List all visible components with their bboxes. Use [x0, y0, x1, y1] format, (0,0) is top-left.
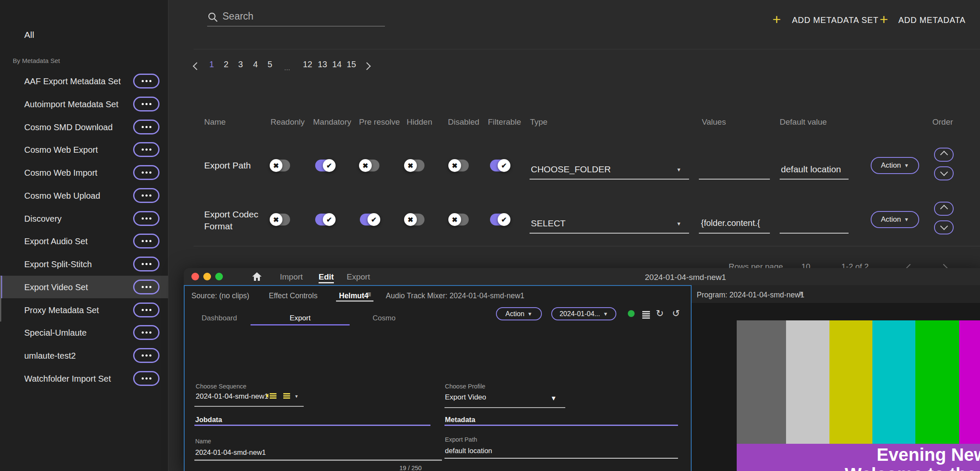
sidebar-item-autoimport[interactable]: Autoimport Metadata Set [0, 93, 168, 115]
search-input[interactable]: Search [222, 11, 254, 22]
sidebar-item-cosmo-web-upload[interactable]: Cosmo Web Upload [0, 184, 168, 207]
pagination-page-14[interactable]: 14 [332, 60, 342, 69]
disabled-toggle[interactable] [449, 160, 469, 171]
pagination-page-15[interactable]: 15 [347, 60, 356, 69]
mandatory-toggle[interactable] [315, 214, 335, 226]
item-menu-button[interactable] [133, 120, 160, 134]
pagination-page-4[interactable]: 4 [253, 60, 258, 69]
add-metadata-button[interactable]: ADD METADATA [898, 15, 966, 25]
pagination-next-icon[interactable] [364, 63, 370, 71]
item-menu-button[interactable] [133, 211, 160, 226]
tab-export-helmut[interactable]: Export [290, 314, 311, 323]
sidebar-item-proxy-metadata-set[interactable]: Proxy Metadata Set [0, 299, 168, 321]
sidebar-item-aaf-export[interactable]: AAF Export Metadata Set [0, 70, 168, 92]
menu-icon[interactable] [642, 313, 650, 314]
move-up-button[interactable] [934, 148, 954, 162]
tab-helmut4[interactable]: Helmut4 [339, 291, 368, 300]
item-menu-button[interactable] [133, 280, 160, 294]
tab-edit[interactable]: Edit [319, 272, 334, 282]
pagination-page-1[interactable]: 1 [209, 60, 214, 69]
sidebar-item-umlaute-test2[interactable]: umlaute-test2 [0, 344, 168, 367]
filterable-toggle[interactable] [490, 160, 510, 171]
pagination-prev-icon[interactable] [194, 63, 199, 71]
close-icon[interactable] [191, 273, 199, 280]
sequence-list-icon[interactable] [270, 393, 276, 394]
item-menu-button[interactable] [133, 303, 160, 317]
pagination-page-5[interactable]: 5 [268, 60, 272, 69]
filterable-toggle[interactable] [490, 214, 510, 226]
default-value-underline[interactable] [780, 233, 849, 234]
sidebar-item-watchfolder-import-set[interactable]: Watchfolder Import Set [0, 367, 168, 390]
sidebar-item-cosmo-web-export[interactable]: Cosmo Web Export [0, 138, 168, 161]
pagination-page-3[interactable]: 3 [238, 60, 243, 69]
profile-select[interactable]: Export Video [445, 393, 486, 402]
tab-source[interactable]: Source: (no clips) [191, 291, 249, 300]
pre-resolve-toggle[interactable] [360, 160, 379, 171]
values-input[interactable]: {folder.content.{ [701, 218, 760, 228]
item-menu-button[interactable] [133, 97, 160, 111]
item-menu-button[interactable] [133, 234, 160, 248]
disabled-toggle[interactable] [449, 214, 469, 226]
item-menu-button[interactable] [133, 325, 160, 340]
action-button[interactable]: Action▼ [871, 211, 919, 228]
item-menu-button[interactable] [133, 348, 160, 363]
home-icon[interactable] [252, 272, 262, 281]
add-metadata-set-button[interactable]: ADD METADATA SET [792, 15, 879, 25]
tab-dashboard[interactable]: Dashboard [202, 314, 237, 323]
minimize-icon[interactable] [203, 273, 211, 280]
tab-cosmo[interactable]: Cosmo [373, 314, 396, 323]
sidebar-item-cosmo-smd-download[interactable]: Cosmo SMD Download [0, 116, 168, 138]
export-path-input[interactable]: default location [445, 447, 492, 455]
sidebar-item-all[interactable]: All [24, 30, 34, 40]
pagination-page-13[interactable]: 13 [318, 60, 327, 69]
item-menu-button[interactable] [133, 371, 160, 386]
refresh-icon[interactable]: ↻ [656, 308, 664, 319]
sequence-value[interactable]: 2024-01-04-smd-new1 [196, 392, 268, 401]
sequence-menu-icon[interactable] [283, 393, 290, 394]
sidebar-item-discovery[interactable]: Discovery [0, 207, 168, 230]
item-menu-button[interactable] [133, 188, 160, 203]
hidden-toggle[interactable] [405, 160, 424, 171]
move-down-button[interactable] [934, 166, 954, 180]
move-up-button[interactable] [934, 202, 954, 216]
mandatory-toggle[interactable] [315, 160, 335, 171]
sidebar-item-export-audio-set[interactable]: Export Audio Set [0, 230, 168, 252]
helmut-panel: Source: (no clips) Effect Controls Helmu… [184, 285, 692, 471]
type-select[interactable]: CHOOSE_FOLDER [531, 164, 611, 174]
action-button[interactable]: Action▼ [871, 157, 919, 174]
move-down-button[interactable] [934, 220, 954, 234]
hidden-toggle[interactable] [405, 214, 424, 226]
item-menu-button[interactable] [133, 74, 160, 88]
sidebar-scrollbar[interactable] [0, 276, 1, 322]
tab-import[interactable]: Import [280, 272, 303, 282]
readonly-toggle[interactable] [271, 214, 290, 226]
action-dropdown[interactable]: Action▼ [496, 307, 542, 320]
item-menu-button[interactable] [133, 257, 160, 271]
sidebar-item-special-umlaute[interactable]: Special-Umlaute [0, 321, 168, 344]
chevron-down-icon[interactable]: ▼ [294, 394, 299, 399]
sync-icon[interactable]: ↺ [672, 308, 680, 319]
pagination-page-2[interactable]: 2 [224, 60, 228, 69]
sidebar-item-cosmo-web-import[interactable]: Cosmo Web Import [0, 161, 168, 184]
pre-resolve-toggle[interactable] [360, 214, 379, 226]
maximize-icon[interactable] [215, 273, 223, 280]
name-input[interactable]: 2024-01-04-smd-new1 [195, 448, 266, 457]
type-select[interactable]: SELECT [531, 218, 566, 228]
tab-effect-controls[interactable]: Effect Controls [269, 291, 317, 300]
panel-menu-icon[interactable]: ≡ [799, 289, 803, 298]
search-icon [207, 11, 219, 23]
item-menu-button[interactable] [133, 142, 160, 157]
pagination-page-12[interactable]: 12 [303, 60, 312, 69]
tab-audio-track-mixer[interactable]: Audio Track Mixer: 2024-01-04-smd-new1 [386, 291, 524, 300]
preset-dropdown[interactable]: 2024-01-04...▼ [551, 307, 616, 320]
tab-export[interactable]: Export [347, 272, 370, 282]
window-titlebar[interactable] [184, 268, 980, 285]
readonly-toggle[interactable] [271, 160, 290, 171]
default-value-input[interactable]: default location [781, 164, 841, 174]
item-menu-button[interactable] [133, 165, 160, 180]
sidebar-item-export-split-stitch[interactable]: Export Split-Stitch [0, 253, 168, 275]
smpte-bar [915, 320, 959, 444]
sidebar-item-export-video-set[interactable]: Export Video Set [0, 276, 168, 298]
panel-menu-icon[interactable]: ≡ [367, 290, 371, 299]
tab-helmut4-underline [336, 300, 373, 302]
